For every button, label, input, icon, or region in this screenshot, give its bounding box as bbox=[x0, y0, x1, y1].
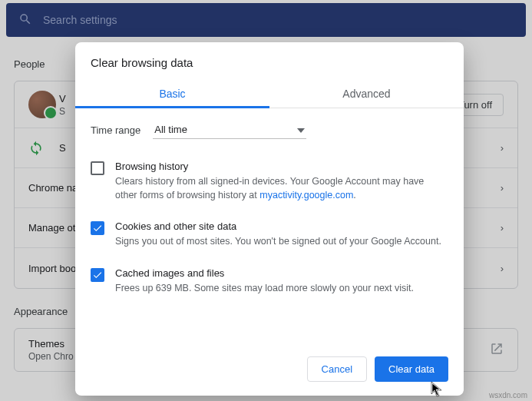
checkbox-cache[interactable] bbox=[91, 268, 104, 282]
time-range-select[interactable]: All time bbox=[153, 121, 306, 139]
option-browsing-history: Browsing history Clears history from all… bbox=[91, 153, 448, 213]
myactivity-link[interactable]: myactivity.google.com bbox=[259, 190, 353, 200]
tab-advanced[interactable]: Advanced bbox=[269, 78, 464, 108]
clear-browsing-data-dialog: Clear browsing data Basic Advanced Time … bbox=[75, 42, 464, 396]
time-range-value: All time bbox=[154, 124, 187, 135]
option-cache-title: Cached images and files bbox=[115, 267, 414, 279]
dialog-title: Clear browsing data bbox=[75, 42, 464, 78]
footer-credit: wsxdn.com bbox=[489, 391, 527, 399]
option-cache: Cached images and files Frees up 639 MB.… bbox=[91, 260, 448, 307]
dialog-options: Browsing history Clears history from all… bbox=[75, 145, 464, 349]
dialog-tabs: Basic Advanced bbox=[75, 78, 464, 108]
option-history-title: Browsing history bbox=[115, 161, 448, 172]
option-history-desc-suffix: . bbox=[353, 190, 355, 200]
checkbox-cookies[interactable] bbox=[91, 221, 104, 235]
time-range-label: Time range bbox=[91, 124, 140, 136]
time-range-row: Time range All time bbox=[75, 108, 464, 145]
option-history-desc: Clears history from all signed-in device… bbox=[115, 175, 448, 202]
option-cache-desc: Frees up 639 MB. Some sites may load mor… bbox=[115, 282, 414, 296]
option-cookies: Cookies and other site data Signs you ou… bbox=[91, 213, 448, 260]
clear-data-button[interactable]: Clear data bbox=[375, 356, 448, 382]
dialog-actions: Cancel Clear data bbox=[75, 349, 464, 396]
option-cookies-desc: Signs you out of most sites. You won't b… bbox=[115, 235, 441, 249]
cancel-button[interactable]: Cancel bbox=[307, 356, 367, 382]
tab-basic[interactable]: Basic bbox=[75, 78, 269, 108]
option-cookies-title: Cookies and other site data bbox=[115, 220, 441, 232]
checkbox-browsing-history[interactable] bbox=[91, 161, 104, 175]
dropdown-icon bbox=[297, 124, 305, 135]
